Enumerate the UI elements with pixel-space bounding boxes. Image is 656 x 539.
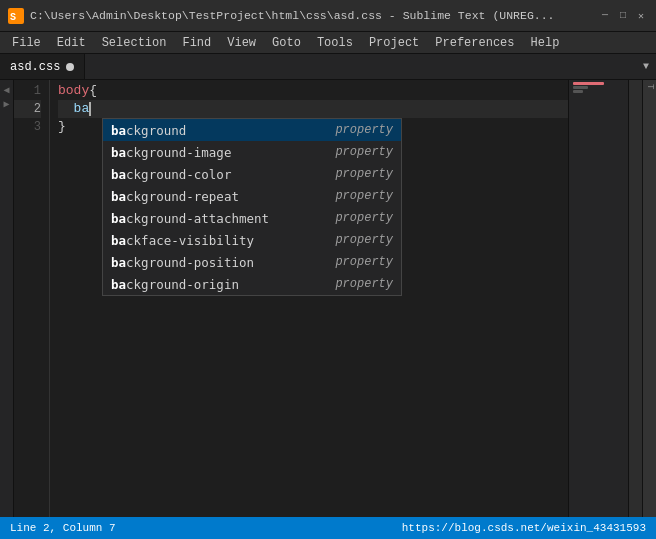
ac-label-4: background-attachment (111, 211, 269, 226)
ac-rest-2: ckground-color (126, 167, 231, 182)
ac-label-6: background-position (111, 255, 254, 270)
app-icon: S (8, 8, 24, 24)
title-text: C:\Users\Admin\Desktop\TestProject\html\… (30, 9, 590, 22)
status-position: Line 2, Column 7 (10, 522, 116, 534)
ac-bold-2: ba (111, 167, 126, 182)
ac-rest-5: ckface-visibility (126, 233, 254, 248)
text-cursor (89, 102, 91, 116)
ac-item-5[interactable]: backface-visibilityproperty (103, 229, 401, 251)
ac-label-5: backface-visibility (111, 233, 254, 248)
ac-item-4[interactable]: background-attachmentproperty (103, 207, 401, 229)
ac-type-4: property (335, 211, 393, 225)
code-selector: body (58, 82, 89, 100)
status-url: https://blog.csds.net/weixin_43431593 (402, 522, 646, 534)
ac-item-2[interactable]: background-colorproperty (103, 163, 401, 185)
minimap (568, 80, 628, 517)
sidebar-arrow-up[interactable]: ◀ (3, 84, 9, 96)
ac-rest-0: ckground (126, 123, 186, 138)
ac-item-0[interactable]: backgroundproperty (103, 119, 401, 141)
tab-dirty-indicator (66, 63, 74, 71)
tab-bar: asd.css ▼ (0, 54, 656, 80)
ac-bold-1: ba (111, 145, 126, 160)
ac-rest-4: ckground-attachment (126, 211, 269, 226)
ac-item-1[interactable]: background-imageproperty (103, 141, 401, 163)
ac-label-0: background (111, 123, 186, 138)
menu-item-file[interactable]: File (4, 34, 49, 52)
code-area[interactable]: body{ ba } backgroundpropertybackground-… (50, 80, 568, 517)
menu-item-find[interactable]: Find (174, 34, 219, 52)
ac-rest-3: ckground-repeat (126, 189, 239, 204)
ac-bold-6: ba (111, 255, 126, 270)
tab-scroll-right[interactable]: ▼ (636, 54, 656, 79)
line-num-3: 3 (14, 118, 41, 136)
menu-item-preferences[interactable]: Preferences (427, 34, 522, 52)
menu-item-project[interactable]: Project (361, 34, 427, 52)
menu-bar: FileEditSelectionFindViewGotoToolsProjec… (0, 32, 656, 54)
ac-type-5: property (335, 233, 393, 247)
ac-item-3[interactable]: background-repeatproperty (103, 185, 401, 207)
line-num-2: 2 (14, 100, 41, 118)
tab-asd-css[interactable]: asd.css (0, 54, 85, 79)
autocomplete-dropdown[interactable]: backgroundpropertybackground-imageproper… (102, 118, 402, 296)
line-numbers: 1 2 3 (14, 80, 50, 517)
ac-type-1: property (335, 145, 393, 159)
window-controls: ─ □ ✕ (598, 9, 648, 23)
code-line-1: body{ (58, 82, 568, 100)
close-button[interactable]: ✕ (634, 9, 648, 23)
ac-label-7: background-origin (111, 277, 239, 292)
ac-type-7: property (335, 277, 393, 291)
ac-bold-3: ba (111, 189, 126, 204)
ac-bold-7: ba (111, 277, 126, 292)
menu-item-selection[interactable]: Selection (94, 34, 175, 52)
ac-rest-1: ckground-image (126, 145, 231, 160)
sidebar-arrow-down[interactable]: ▶ (3, 98, 9, 110)
menu-item-tools[interactable]: Tools (309, 34, 361, 52)
menu-item-view[interactable]: View (219, 34, 264, 52)
ac-rest-7: ckground-origin (126, 277, 239, 292)
ac-item-7[interactable]: background-originproperty (103, 273, 401, 295)
ac-bold-4: ba (111, 211, 126, 226)
scrollbar[interactable] (628, 80, 642, 517)
status-bar: Line 2, Column 7 https://blog.csds.net/w… (0, 517, 656, 539)
minimize-button[interactable]: ─ (598, 9, 612, 23)
ac-label-3: background-repeat (111, 189, 239, 204)
tab-label: asd.css (10, 60, 60, 74)
svg-text:S: S (10, 12, 16, 23)
ac-bold-0: ba (111, 123, 126, 138)
left-sidebar: ◀ ▶ (0, 80, 14, 517)
ac-rest-6: ckground-position (126, 255, 254, 270)
title-bar: S C:\Users\Admin\Desktop\TestProject\htm… (0, 0, 656, 32)
mm-line-1 (573, 82, 604, 85)
ac-item-6[interactable]: background-positionproperty (103, 251, 401, 273)
line-num-1: 1 (14, 82, 41, 100)
ac-type-0: property (335, 123, 393, 137)
mm-line-3 (573, 90, 583, 93)
far-right-panel: T (642, 80, 656, 517)
ac-type-3: property (335, 189, 393, 203)
menu-item-edit[interactable]: Edit (49, 34, 94, 52)
far-right-label: T (645, 84, 655, 89)
menu-item-goto[interactable]: Goto (264, 34, 309, 52)
code-line-2: ba (58, 100, 568, 118)
ac-label-1: background-image (111, 145, 231, 160)
ac-bold-5: ba (111, 233, 126, 248)
ac-type-6: property (335, 255, 393, 269)
ac-type-2: property (335, 167, 393, 181)
maximize-button[interactable]: □ (616, 9, 630, 23)
menu-item-help[interactable]: Help (523, 34, 568, 52)
editor-area: ◀ ▶ 1 2 3 body{ ba } backgroundpropertyb… (0, 80, 656, 517)
ac-label-2: background-color (111, 167, 231, 182)
minimap-content (569, 80, 628, 96)
mm-line-2 (573, 86, 588, 89)
